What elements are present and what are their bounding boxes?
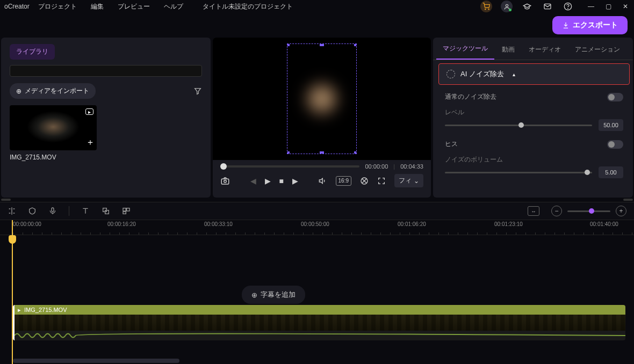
resize-handle-top-left[interactable] bbox=[287, 43, 290, 46]
add-subtitle-button[interactable]: ⊕ 字幕を追加 bbox=[242, 286, 305, 304]
preview-canvas[interactable] bbox=[213, 38, 431, 160]
panel-divider[interactable] bbox=[0, 198, 634, 202]
noise-volume-slider[interactable] bbox=[445, 172, 592, 173]
hiss-row: ヒス bbox=[437, 135, 631, 153]
normal-denoise-toggle[interactable] bbox=[607, 93, 623, 101]
play-icon[interactable]: ▶ bbox=[265, 177, 271, 185]
hiss-label: ヒス bbox=[445, 140, 601, 149]
resize-handle-top-mid[interactable] bbox=[320, 43, 324, 46]
volume-icon[interactable] bbox=[319, 177, 327, 185]
preview-selection-frame[interactable] bbox=[287, 43, 357, 154]
aspect-ratio-toggle[interactable]: 16:9 bbox=[336, 176, 351, 186]
snapshot-icon[interactable] bbox=[220, 176, 230, 186]
ai-icon bbox=[446, 70, 455, 78]
timeline-tracks: ⊕ 字幕を追加 ▸ IMG_2715.MOV bbox=[0, 235, 634, 352]
maximize-icon[interactable]: ▢ bbox=[604, 3, 613, 10]
marker-icon[interactable] bbox=[28, 207, 37, 215]
library-tab[interactable]: ライブラリ bbox=[10, 44, 55, 60]
export-button[interactable]: エクスポート bbox=[552, 16, 628, 34]
resize-handle-top-right[interactable] bbox=[354, 43, 357, 46]
svg-rect-14 bbox=[123, 212, 126, 214]
zoom-out-icon[interactable]: − bbox=[551, 206, 562, 216]
menu-project[interactable]: プロジェクト bbox=[38, 2, 77, 11]
chevron-up-icon: ▴ bbox=[513, 71, 515, 77]
zoom-slider[interactable] bbox=[567, 210, 610, 212]
voiceover-icon[interactable] bbox=[48, 207, 57, 215]
svg-rect-12 bbox=[123, 208, 126, 211]
preview-progress-slider[interactable] bbox=[220, 165, 359, 168]
main-panels: ライブラリ ⊕ メディアをインポート ▸ ＋ IMG_2715.MOV bbox=[0, 38, 634, 198]
titlebar-right: — ▢ ✕ bbox=[480, 1, 630, 12]
fit-dropdown[interactable]: フィ⌄ bbox=[394, 174, 423, 187]
tab-video[interactable]: 動画 bbox=[495, 40, 521, 60]
chevron-down-icon: ⌄ bbox=[414, 177, 419, 185]
menu-help[interactable]: ヘルプ bbox=[164, 2, 183, 11]
step-back-icon[interactable]: ◀ bbox=[250, 177, 256, 185]
ruler-mark: 00:00:33:10 bbox=[204, 221, 233, 227]
text-icon[interactable] bbox=[81, 207, 90, 215]
media-filename: IMG_2715.MOV bbox=[10, 154, 97, 161]
mail-icon[interactable] bbox=[542, 1, 553, 12]
user-icon[interactable] bbox=[501, 1, 513, 12]
ai-denoise-label: AI ノイズ除去 bbox=[460, 69, 504, 79]
menu-edit[interactable]: 編集 bbox=[91, 2, 104, 11]
project-title: タイトル未設定のプロジェクト bbox=[203, 2, 293, 11]
step-forward-icon[interactable]: ▶ bbox=[292, 177, 298, 185]
plus-circle-icon: ⊕ bbox=[251, 291, 257, 299]
hiss-toggle[interactable] bbox=[607, 140, 623, 149]
grid-icon[interactable] bbox=[360, 177, 369, 185]
tab-audio[interactable]: オーディオ bbox=[522, 40, 567, 60]
svg-rect-9 bbox=[52, 208, 54, 212]
overlay-icon[interactable] bbox=[102, 207, 110, 215]
clip-video-icon: ▸ bbox=[18, 307, 21, 314]
add-icon[interactable]: ＋ bbox=[86, 137, 95, 148]
academy-icon[interactable] bbox=[521, 1, 533, 12]
layers-icon[interactable] bbox=[122, 207, 131, 215]
import-label: メディアをインポート bbox=[25, 86, 89, 96]
main-menu: プロジェクト 編集 プレビュー ヘルプ bbox=[38, 2, 183, 11]
toolbar: エクスポート bbox=[0, 13, 634, 38]
svg-rect-6 bbox=[221, 179, 229, 184]
level-slider[interactable] bbox=[445, 125, 592, 126]
media-item[interactable]: ▸ ＋ IMG_2715.MOV bbox=[10, 105, 97, 161]
cart-icon[interactable] bbox=[480, 1, 492, 12]
menu-preview[interactable]: プレビュー bbox=[118, 2, 150, 11]
library-search-input[interactable] bbox=[10, 65, 202, 77]
tab-animation[interactable]: アニメーション bbox=[568, 40, 626, 60]
plus-circle-icon: ⊕ bbox=[16, 88, 21, 95]
export-label: エクスポート bbox=[573, 20, 618, 30]
preview-total-time: 00:04:33 bbox=[400, 163, 423, 170]
timeline[interactable]: 00:00:00:00 00:00:16:20 00:00:33:10 00:0… bbox=[0, 220, 634, 364]
filter-icon[interactable] bbox=[193, 87, 202, 96]
level-value[interactable]: 50.00 bbox=[599, 119, 623, 131]
timeline-horizontal-scrollbar[interactable] bbox=[13, 359, 179, 363]
ruler-mark: 00:01:06:20 bbox=[398, 221, 426, 227]
split-icon[interactable] bbox=[8, 207, 16, 215]
resize-handle-bottom-right[interactable] bbox=[354, 151, 357, 154]
minimize-icon[interactable]: — bbox=[587, 3, 595, 10]
video-clip[interactable]: ▸ IMG_2715.MOV bbox=[13, 305, 625, 340]
tab-magic-tool[interactable]: マジックツール bbox=[436, 39, 494, 60]
preview-current-time: 00:00:00 bbox=[365, 163, 388, 170]
inspector-panel: マジックツール 動画 オーディオ アニメーション AI ノイズ除去 ▴ 通常のノ… bbox=[433, 38, 633, 198]
playhead[interactable] bbox=[12, 220, 13, 364]
clip-waveform bbox=[15, 331, 625, 340]
level-label: レベル bbox=[437, 106, 631, 118]
help-icon[interactable] bbox=[562, 1, 574, 12]
close-icon[interactable]: ✕ bbox=[621, 3, 630, 10]
fullscreen-icon[interactable] bbox=[377, 177, 386, 185]
import-media-button[interactable]: ⊕ メディアをインポート bbox=[10, 83, 96, 99]
noise-volume-value[interactable]: 5.00 bbox=[599, 166, 623, 178]
stop-icon[interactable]: ■ bbox=[279, 177, 284, 185]
media-grid: ▸ ＋ IMG_2715.MOV bbox=[10, 105, 202, 161]
fit-width-icon[interactable]: ↔ bbox=[528, 206, 539, 216]
ai-denoise-accordion[interactable]: AI ノイズ除去 ▴ bbox=[438, 63, 630, 85]
ruler-mark: 00:00:50:00 bbox=[301, 221, 329, 227]
timeline-ruler[interactable]: 00:00:00:00 00:00:16:20 00:00:33:10 00:0… bbox=[0, 220, 634, 235]
preview-controls: 00:00:00 | 00:04:33 ◀ ▶ ■ ▶ 16:9 フィ⌄ bbox=[213, 160, 431, 198]
normal-denoise-row: 通常のノイズ除去 bbox=[437, 88, 631, 106]
zoom-in-icon[interactable]: + bbox=[616, 206, 626, 216]
resize-handle-bottom-mid[interactable] bbox=[320, 151, 324, 154]
media-thumbnail[interactable]: ▸ ＋ bbox=[10, 105, 97, 150]
resize-handle-bottom-left[interactable] bbox=[287, 151, 290, 154]
